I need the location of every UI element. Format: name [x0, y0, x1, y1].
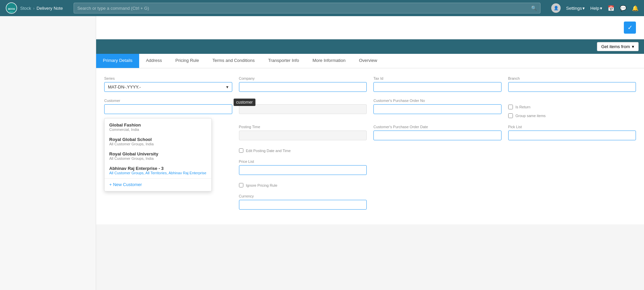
search-bar[interactable]: 🔍 [74, 3, 540, 13]
tab-more-information[interactable]: More Information [306, 54, 352, 68]
form-row-7: Currency INR [104, 194, 636, 210]
ignore-pricing-checkbox[interactable] [239, 183, 243, 187]
nav-actions: 👤 Settings ▾ Help ▾ 📅 💬 🔔 [551, 3, 639, 13]
tab-overview[interactable]: Overview [352, 54, 384, 68]
form-row-2: Customer global Global Fashion Commercia… [104, 99, 636, 118]
series-label: Series [104, 76, 232, 80]
settings-chevron-icon: ▾ [582, 6, 585, 11]
form-content: Series MAT-DN-.YYYY.- ▾ Company demo - 2… [96, 68, 644, 224]
group-same-items-label: Group same items [516, 114, 546, 118]
dropdown-divider [105, 178, 211, 179]
dropdown-item-name: Abhinav Raj Enterprise - 3 [109, 166, 207, 171]
main-area: Get items from ▾ Primary Details Address… [96, 39, 644, 224]
branch-field: Branch [508, 76, 636, 92]
customer-po-no-input[interactable] [373, 104, 501, 114]
notification-icon[interactable]: 🔔 [632, 5, 639, 11]
customer-label: Customer [104, 99, 232, 103]
tax-id-label: Tax Id [373, 76, 501, 80]
edit-posting-field: Edit Posting Date and Time [239, 147, 367, 153]
date-input[interactable]: 23-01-2024 [239, 104, 367, 114]
series-select[interactable]: MAT-DN-.YYYY.- ▾ [104, 82, 232, 92]
get-items-chevron-icon: ▾ [632, 44, 634, 49]
page-header: New Delivery Note Not Saved ✓ [0, 16, 644, 39]
price-list-input[interactable]: Standard Selling [239, 165, 367, 175]
edit-posting-label: Edit Posting Date and Time [246, 149, 291, 153]
group-same-items-group: Group same items [508, 113, 636, 118]
dropdown-item-royal-global-university[interactable]: Royal Global University All Customer Gro… [105, 149, 211, 163]
dropdown-item-sub: All Customer Groups, All Territories, Ab… [109, 171, 207, 175]
breadcrumb: Stock › Delivery Note [20, 6, 63, 11]
tab-pricing-rule[interactable]: Pricing Rule [169, 54, 206, 68]
tax-id-field: Tax Id [373, 76, 501, 92]
settings-label: Settings [566, 6, 582, 11]
customer-dropdown: Global Fashion Commercial, India Royal G… [104, 118, 212, 191]
tab-primary-details[interactable]: Primary Details [96, 54, 139, 68]
tab-terms-conditions[interactable]: Terms and Conditions [206, 54, 261, 68]
search-icon: 🔍 [531, 5, 537, 11]
dropdown-item-sub: All Customer Groups, India [109, 156, 207, 160]
tab-address[interactable]: Address [139, 54, 169, 68]
is-return-group: Is Return [508, 105, 636, 109]
svg-text:accu: accu [8, 7, 15, 10]
currency-label: Currency [239, 194, 367, 198]
company-input[interactable]: demo - 2 [239, 82, 367, 92]
tab-transporter-info[interactable]: Transporter Info [261, 54, 306, 68]
series-field: Series MAT-DN-.YYYY.- ▾ [104, 76, 232, 92]
chat-icon[interactable]: 💬 [620, 5, 627, 11]
currency-field: Currency INR [239, 194, 367, 210]
return-group-field: Is Return Group same items [508, 99, 636, 118]
get-items-label: Get items from [601, 44, 630, 49]
avatar: 👤 [551, 3, 561, 13]
help-label: Help [590, 6, 599, 11]
customer-po-date-input[interactable] [373, 131, 501, 140]
currency-input[interactable]: INR [239, 200, 367, 210]
customer-input[interactable]: global [104, 104, 232, 114]
logo: accu 360° [5, 2, 17, 14]
date-field: Date 23-01-2024 [239, 99, 367, 118]
get-items-button[interactable]: Get items from ▾ [597, 42, 639, 51]
pick-list-input[interactable] [508, 131, 636, 140]
posting-time-label: Posting Time [239, 125, 367, 129]
form-row-1: Series MAT-DN-.YYYY.- ▾ Company demo - 2… [104, 76, 636, 92]
tax-id-input[interactable] [373, 82, 501, 92]
settings-button[interactable]: Settings ▾ [566, 6, 585, 11]
dropdown-item-sub: Commercial, India [109, 128, 207, 132]
dropdown-item-abhinav[interactable]: Abhinav Raj Enterprise - 3 All Customer … [105, 163, 211, 178]
customer-po-date-field: Customer's Purchase Order Date [373, 125, 501, 140]
dropdown-item-name: Royal Global School [109, 137, 207, 142]
stock-link[interactable]: Stock [20, 6, 31, 11]
calendar-icon[interactable]: 📅 [608, 5, 614, 11]
is-return-checkbox[interactable] [508, 105, 513, 109]
branch-label: Branch [508, 76, 636, 80]
ignore-pricing-label: Ignore Pricing Rule [246, 183, 278, 187]
price-list-label: Price List [239, 159, 367, 164]
is-return-label: Is Return [516, 105, 531, 109]
ignore-pricing-field: Ignore Pricing Rule [239, 182, 367, 187]
company-label: Company [239, 76, 367, 80]
search-input[interactable] [77, 6, 531, 11]
pick-list-field: Pick List [508, 125, 636, 140]
breadcrumb-sep1: › [33, 6, 35, 11]
group-same-items-checkbox[interactable] [508, 113, 513, 118]
customer-po-date-label: Customer's Purchase Order Date [373, 125, 501, 129]
company-field: Company demo - 2 [239, 76, 367, 92]
dropdown-item-royal-global-school[interactable]: Royal Global School All Customer Groups,… [105, 134, 211, 149]
topnav: accu 360° Stock › Delivery Note 🔍 👤 Sett… [0, 0, 644, 16]
dropdown-item-global-fashion[interactable]: Global Fashion Commercial, India [105, 120, 211, 134]
help-button[interactable]: Help ▾ [590, 6, 602, 11]
series-chevron-icon: ▾ [226, 84, 229, 89]
new-customer-link[interactable]: + New Customer [105, 179, 211, 190]
sidebar [0, 16, 96, 224]
posting-time-field: Posting Time 12:57:27 [239, 125, 367, 140]
edit-posting-checkbox[interactable] [239, 148, 243, 153]
customer-po-no-label: Customer's Purchase Order No [373, 99, 501, 103]
help-chevron-icon: ▾ [600, 6, 602, 11]
posting-time-input[interactable]: 12:57:27 [239, 131, 367, 140]
customer-tooltip: customer [234, 99, 255, 106]
tabs: Primary Details Address Pricing Rule Ter… [96, 54, 644, 68]
dropdown-item-sub: All Customer Groups, India [109, 142, 207, 146]
branch-input[interactable] [508, 82, 636, 92]
delivery-note-link[interactable]: Delivery Note [37, 6, 63, 11]
save-button[interactable]: ✓ [624, 22, 636, 34]
dropdown-item-name: Royal Global University [109, 151, 207, 156]
